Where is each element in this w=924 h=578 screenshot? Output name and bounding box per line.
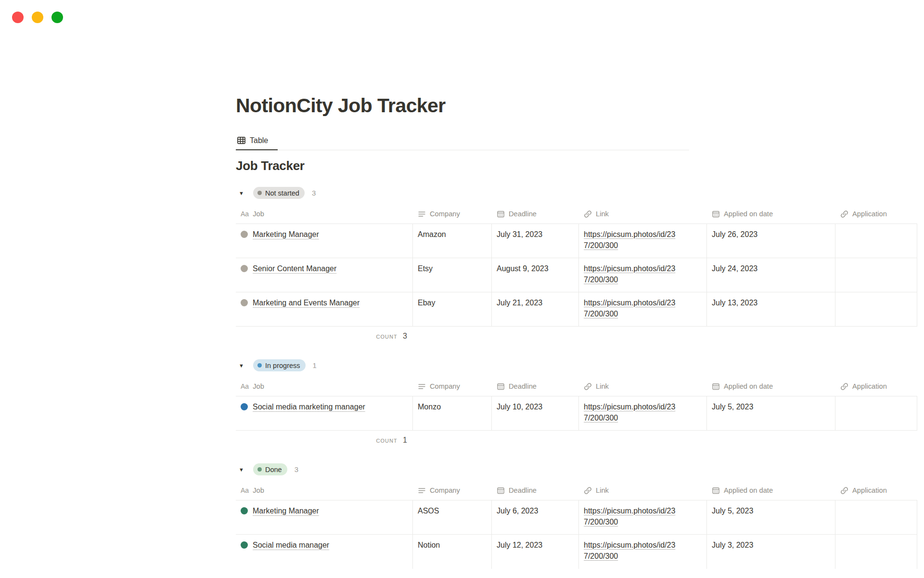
deadline-cell[interactable]: July 12, 2023	[492, 535, 579, 569]
job-cell[interactable]: Marketing Manager	[236, 500, 413, 534]
url-link[interactable]: 7/200/300	[584, 551, 618, 562]
company-cell[interactable]: Monzo	[413, 396, 492, 430]
company-cell[interactable]: Ebay	[413, 292, 492, 326]
column-header-application[interactable]: Application	[835, 205, 917, 223]
applied-on-date-cell[interactable]: July 5, 2023	[707, 396, 835, 430]
deadline-cell[interactable]: July 10, 2023	[492, 396, 579, 430]
close-button[interactable]	[12, 12, 24, 23]
count-footer[interactable]: COUNT 3	[236, 573, 413, 578]
column-header-applied-on-date[interactable]: Applied on date	[707, 205, 835, 223]
applied-on-date-cell[interactable]: July 24, 2023	[707, 258, 835, 292]
application-cell[interactable]	[835, 224, 917, 258]
deadline-cell[interactable]: July 31, 2023	[492, 224, 579, 258]
url-link[interactable]: https://picsum.photos/id/23	[584, 539, 675, 551]
applied-on-date-cell[interactable]: July 3, 2023	[707, 535, 835, 569]
column-header-company[interactable]: Company	[413, 377, 492, 396]
url-link[interactable]: https://picsum.photos/id/23	[584, 505, 675, 516]
deadline-cell[interactable]: August 9, 2023	[492, 258, 579, 292]
table-header-row: Aa Job Company Deadline Link	[236, 377, 917, 396]
company-cell[interactable]: ASOS	[413, 500, 492, 534]
application-cell[interactable]	[835, 500, 917, 534]
url-link[interactable]: https://picsum.photos/id/23	[584, 263, 675, 274]
column-header-deadline[interactable]: Deadline	[492, 377, 579, 396]
job-cell[interactable]: Senior Content Manager	[236, 258, 413, 292]
job-title-link[interactable]: Senior Content Manager	[253, 263, 336, 274]
status-pill[interactable]: Done	[253, 463, 287, 475]
lines-icon	[418, 486, 426, 495]
url-link[interactable]: https://picsum.photos/id/23	[584, 401, 675, 412]
column-header-deadline[interactable]: Deadline	[492, 205, 579, 223]
column-header-link[interactable]: Link	[579, 481, 707, 500]
column-label: Applied on date	[724, 486, 773, 494]
job-title-link[interactable]: Social media manager	[253, 539, 329, 551]
status-dot-icon	[257, 191, 262, 195]
applied-on-date-cell[interactable]: July 26, 2023	[707, 224, 835, 258]
url-link[interactable]: https://picsum.photos/id/23	[584, 297, 675, 308]
group-header: ▼ In progress 1	[236, 359, 917, 372]
column-header-job[interactable]: Aa Job	[236, 481, 413, 500]
column-header-applied-on-date[interactable]: Applied on date	[707, 377, 835, 396]
status-pill[interactable]: Not started	[253, 187, 305, 199]
deadline-cell[interactable]: July 6, 2023	[492, 500, 579, 534]
link-cell[interactable]: https://picsum.photos/id/23 7/200/300	[579, 292, 707, 326]
triangle-down-icon: ▼	[239, 363, 244, 368]
column-header-application[interactable]: Application	[835, 481, 917, 500]
job-title-link[interactable]: Marketing and Events Manager	[253, 297, 359, 308]
link-cell[interactable]: https://picsum.photos/id/23 7/200/300	[579, 535, 707, 569]
count-footer[interactable]: COUNT 1	[236, 431, 413, 450]
group-row-count: 3	[312, 189, 316, 197]
application-cell[interactable]	[835, 396, 917, 430]
application-cell[interactable]	[835, 292, 917, 326]
link-cell[interactable]: https://picsum.photos/id/23 7/200/300	[579, 396, 707, 430]
status-pill[interactable]: In progress	[253, 359, 306, 371]
url-link[interactable]: 7/200/300	[584, 274, 618, 285]
url-link[interactable]: 7/200/300	[584, 240, 618, 251]
company-cell[interactable]: Etsy	[413, 258, 492, 292]
triangle-down-icon: ▼	[239, 467, 244, 473]
link-cell[interactable]: https://picsum.photos/id/23 7/200/300	[579, 500, 707, 534]
column-header-deadline[interactable]: Deadline	[492, 481, 579, 500]
job-title-link[interactable]: Social media marketing manager	[253, 401, 365, 412]
column-header-application[interactable]: Application	[835, 377, 917, 396]
application-cell[interactable]	[835, 535, 917, 569]
table-icon	[237, 136, 246, 145]
column-header-applied-on-date[interactable]: Applied on date	[707, 481, 835, 500]
job-title-link[interactable]: Marketing Manager	[253, 505, 319, 516]
table: Aa Job Company Deadline Link	[236, 205, 917, 346]
company-cell[interactable]: Notion	[413, 535, 492, 569]
collapse-toggle-button[interactable]: ▼	[236, 363, 247, 368]
company-cell[interactable]: Amazon	[413, 224, 492, 258]
column-label: Deadline	[509, 486, 537, 494]
job-title-link[interactable]: Marketing Manager	[253, 229, 319, 240]
url-link[interactable]: 7/200/300	[584, 412, 618, 423]
url-link[interactable]: https://picsum.photos/id/23	[584, 229, 675, 240]
job-cell[interactable]: Social media marketing manager	[236, 396, 413, 430]
job-cell[interactable]: Social media manager	[236, 535, 413, 569]
url-link[interactable]: 7/200/300	[584, 308, 618, 319]
url-link[interactable]: 7/200/300	[584, 516, 618, 527]
column-header-job[interactable]: Aa Job	[236, 377, 413, 396]
column-header-link[interactable]: Link	[579, 205, 707, 223]
view-tabs: Table	[236, 133, 689, 150]
deadline-cell[interactable]: July 21, 2023	[492, 292, 579, 326]
applied-on-date-cell[interactable]: July 5, 2023	[707, 500, 835, 534]
group-header: ▼ Done 3	[236, 463, 917, 476]
collapse-toggle-button[interactable]: ▼	[236, 467, 247, 473]
job-cell[interactable]: Marketing and Events Manager	[236, 292, 413, 326]
link-cell[interactable]: https://picsum.photos/id/23 7/200/300	[579, 258, 707, 292]
column-label: Job	[253, 486, 264, 494]
column-header-link[interactable]: Link	[579, 377, 707, 396]
notion-window: NotionCity Job Tracker Table Job Tracker	[0, 0, 924, 578]
applied-on-date-cell[interactable]: July 13, 2023	[707, 292, 835, 326]
column-header-company[interactable]: Company	[413, 205, 492, 223]
minimize-button[interactable]	[32, 12, 43, 23]
zoom-button[interactable]	[51, 12, 63, 23]
collapse-toggle-button[interactable]: ▼	[236, 190, 247, 196]
tab-table[interactable]: Table	[236, 133, 278, 150]
application-cell[interactable]	[835, 258, 917, 292]
link-cell[interactable]: https://picsum.photos/id/23 7/200/300	[579, 224, 707, 258]
job-cell[interactable]: Marketing Manager	[236, 224, 413, 258]
column-header-job[interactable]: Aa Job	[236, 205, 413, 223]
count-footer[interactable]: COUNT 3	[236, 327, 413, 346]
column-header-company[interactable]: Company	[413, 481, 492, 500]
